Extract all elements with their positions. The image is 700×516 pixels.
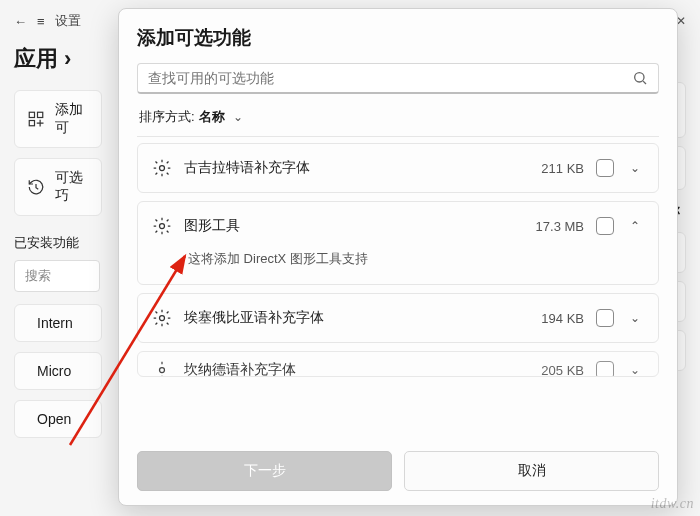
divider [137, 136, 659, 137]
window-title: 设置 [55, 12, 81, 30]
feature-checkbox[interactable] [596, 361, 614, 377]
installed-section-label: 已安装功能 [14, 234, 102, 252]
gear-icon [152, 308, 172, 328]
watermark: itdw.cn [651, 496, 694, 512]
feature-item-expanded[interactable]: 图形工具 17.3 MB ⌃ 这将添加 DirectX 图形工具支持 [137, 201, 659, 285]
feature-item[interactable]: 埃塞俄比亚语补充字体 194 KB ⌄ [137, 293, 659, 343]
installed-item[interactable]: Open [14, 400, 102, 438]
gear-icon [152, 360, 172, 377]
sort-label: 排序方式: [139, 108, 195, 126]
feature-name: 古吉拉特语补充字体 [184, 159, 510, 177]
installed-item[interactable]: Intern [14, 304, 102, 342]
feature-search[interactable] [137, 63, 659, 94]
add-optional-feature-dialog: 添加可选功能 排序方式: 名称 ⌄ 古吉拉特语补充字体 211 KB ⌄ 图形工… [118, 8, 678, 506]
feature-size: 194 KB [522, 311, 584, 326]
feature-size: 17.3 MB [522, 219, 584, 234]
feature-name: 图形工具 [184, 217, 510, 235]
chevron-down-icon[interactable]: ⌄ [626, 161, 644, 175]
feature-search-input[interactable] [148, 70, 632, 86]
installed-item-name: Intern [37, 315, 73, 331]
card-add-optional[interactable]: 添加可 [14, 90, 102, 148]
feature-name: 坎纳德语补充字体 [184, 361, 510, 377]
dialog-footer: 下一步 取消 [137, 441, 659, 491]
installed-item-name: Micro [37, 363, 71, 379]
history-icon [27, 178, 45, 196]
feature-item[interactable]: 坎纳德语补充字体 205 KB ⌄ [137, 351, 659, 377]
svg-rect-0 [29, 112, 34, 117]
feature-checkbox[interactable] [596, 159, 614, 177]
svg-rect-1 [38, 112, 43, 117]
left-column: 添加可 可选巧 已安装功能 搜索 Intern Micro [14, 82, 102, 438]
feature-size: 211 KB [522, 161, 584, 176]
back-button[interactable]: ← [14, 14, 27, 29]
sort-control[interactable]: 排序方式: 名称 ⌄ [137, 94, 659, 136]
feature-checkbox[interactable] [596, 309, 614, 327]
cancel-button[interactable]: 取消 [404, 451, 659, 491]
next-button[interactable]: 下一步 [137, 451, 392, 491]
chevron-down-icon[interactable]: ⌄ [626, 311, 644, 325]
card-label: 添加可 [55, 101, 89, 137]
card-optional[interactable]: 可选巧 [14, 158, 102, 216]
menu-button[interactable]: ≡ [37, 14, 45, 29]
plus-grid-icon [27, 110, 45, 128]
installed-search-input[interactable]: 搜索 [14, 260, 100, 292]
feature-checkbox[interactable] [596, 217, 614, 235]
card-label: 可选巧 [55, 169, 89, 205]
gear-icon [152, 216, 172, 236]
feature-item[interactable]: 古吉拉特语补充字体 211 KB ⌄ [137, 143, 659, 193]
chevron-down-icon: ⌄ [229, 110, 247, 124]
page-title: 应用 [14, 44, 58, 74]
chevron-down-icon[interactable]: ⌄ [626, 363, 644, 377]
svg-point-9 [160, 316, 165, 321]
search-icon [632, 70, 648, 86]
dialog-title: 添加可选功能 [137, 23, 659, 63]
svg-rect-2 [29, 121, 34, 126]
breadcrumb-chevron-icon: › [64, 46, 71, 72]
gear-icon [152, 158, 172, 178]
feature-name: 埃塞俄比亚语补充字体 [184, 309, 510, 327]
feature-list: 古吉拉特语补充字体 211 KB ⌄ 图形工具 17.3 MB ⌃ 这将添加 D… [137, 143, 659, 441]
svg-point-8 [160, 224, 165, 229]
feature-description: 这将添加 DirectX 图形工具支持 [138, 250, 658, 284]
sort-value: 名称 [199, 108, 225, 126]
installed-item[interactable]: Micro [14, 352, 102, 390]
svg-point-6 [635, 73, 644, 82]
svg-point-10 [160, 368, 165, 373]
feature-size: 205 KB [522, 363, 584, 378]
chevron-up-icon[interactable]: ⌃ [626, 219, 644, 233]
installed-item-name: Open [37, 411, 71, 427]
svg-point-7 [160, 166, 165, 171]
